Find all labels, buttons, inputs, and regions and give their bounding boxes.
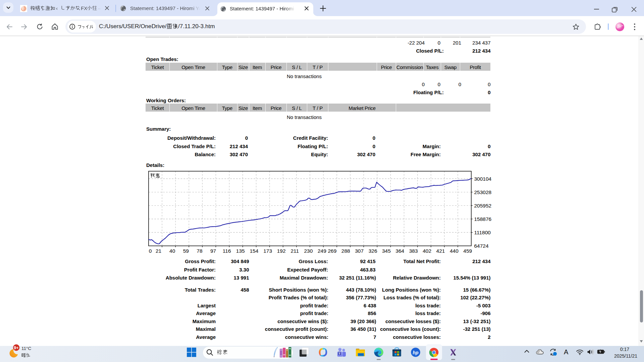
svg-text:9+: 9+ xyxy=(14,346,18,350)
svg-text:hp: hp xyxy=(413,350,419,355)
svg-text:T: T xyxy=(339,352,341,355)
